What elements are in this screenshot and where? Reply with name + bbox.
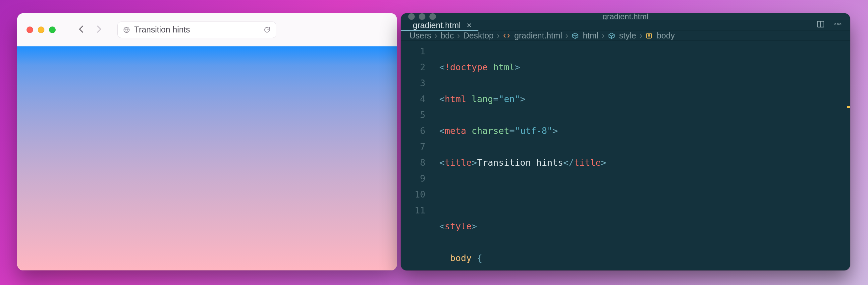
crumb-users[interactable]: Users	[409, 31, 431, 40]
svg-point-4	[837, 24, 838, 25]
code-editor[interactable]: 1 2 3 4 5 6 7 8 9 10 11 <!doctype html> …	[401, 41, 850, 271]
html-file-icon	[503, 32, 510, 39]
crumb-style[interactable]: style	[619, 31, 636, 40]
tab-label: gradient.html	[413, 21, 461, 30]
window-zoom-button[interactable]	[49, 27, 56, 33]
editor-tabbar: gradient.html ×	[401, 20, 850, 31]
crumb-body[interactable]: body	[657, 31, 675, 40]
window-traffic-lights	[27, 27, 56, 33]
crumb-file[interactable]: gradient.html	[514, 31, 562, 40]
crumb-desktop[interactable]: Desktop	[463, 31, 494, 40]
browser-toolbar: Transition hints	[17, 13, 397, 46]
nav-arrows	[77, 25, 103, 35]
window-minimize-button[interactable]	[38, 27, 44, 33]
cube-icon	[608, 32, 615, 39]
svg-point-5	[839, 24, 841, 25]
split-editor-icon[interactable]	[816, 20, 825, 31]
line-number-gutter: 1 2 3 4 5 6 7 8 9 10 11	[401, 41, 433, 271]
address-bar[interactable]: Transition hints	[117, 22, 276, 38]
globe-icon	[123, 26, 130, 33]
tab-close-icon[interactable]: ×	[467, 20, 472, 31]
reload-icon[interactable]	[264, 26, 271, 33]
code-content[interactable]: <!doctype html> <html lang="en"> <meta c…	[433, 41, 850, 271]
tabbar-actions	[816, 20, 850, 31]
crumb-bdc[interactable]: bdc	[441, 31, 454, 40]
browser-viewport	[17, 46, 397, 271]
more-actions-icon[interactable]	[834, 20, 842, 31]
editor-titlebar: gradient.html	[401, 13, 850, 20]
window-close-button[interactable]	[27, 27, 33, 33]
forward-button[interactable]	[94, 25, 103, 35]
tab-gradient-html[interactable]: gradient.html ×	[401, 20, 478, 31]
safari-window: Transition hints	[17, 13, 397, 271]
vscode-window: gradient.html gradient.html × Users› bdc…	[401, 13, 850, 271]
back-button[interactable]	[77, 25, 86, 35]
svg-point-3	[835, 24, 836, 25]
breadcrumbs[interactable]: Users› bdc› Desktop› gradient.html› html…	[401, 31, 850, 41]
cube-icon	[571, 32, 579, 39]
symbol-icon	[645, 32, 653, 39]
address-title: Transition hints	[134, 25, 259, 34]
crumb-html[interactable]: html	[583, 31, 598, 40]
